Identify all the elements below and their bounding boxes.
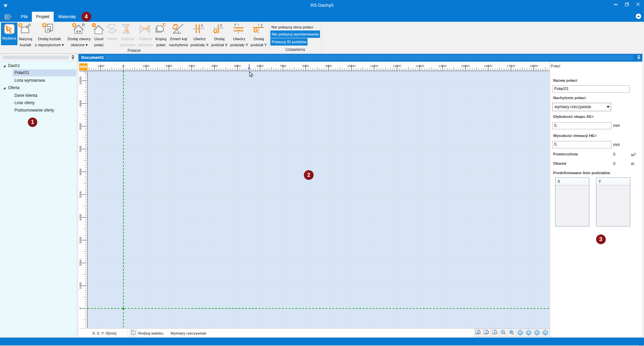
svg-text:4000: 4000 bbox=[79, 214, 82, 221]
svg-text:3000: 3000 bbox=[79, 237, 82, 244]
svg-text:10000: 10000 bbox=[79, 76, 82, 85]
svg-text:8000: 8000 bbox=[79, 123, 82, 130]
svg-text:6000: 6000 bbox=[79, 168, 82, 175]
svg-text:1000: 1000 bbox=[79, 282, 82, 289]
svg-text:0: 0 bbox=[79, 307, 82, 309]
svg-text:2000: 2000 bbox=[79, 260, 82, 266]
svg-text:9000: 9000 bbox=[79, 100, 82, 107]
svg-text:7000: 7000 bbox=[79, 146, 82, 152]
svg-text:5000: 5000 bbox=[79, 191, 82, 198]
